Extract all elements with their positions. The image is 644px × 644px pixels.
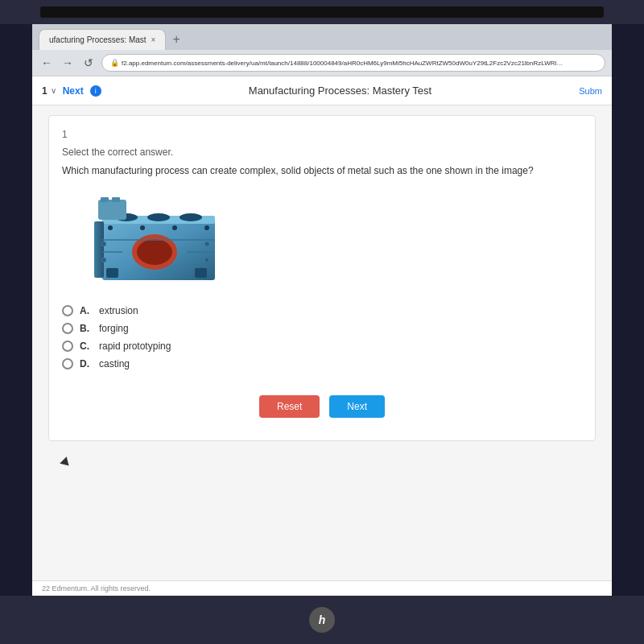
new-tab-button[interactable]: +: [169, 29, 183, 50]
submit-label: Subm: [579, 86, 602, 96]
option-radio-a[interactable]: [62, 305, 73, 316]
option-radio-d[interactable]: [62, 358, 73, 369]
info-icon[interactable]: i: [90, 85, 101, 97]
option-radio-c[interactable]: [62, 341, 73, 352]
nav-arrow[interactable]: ∨: [51, 86, 56, 95]
svg-rect-19: [112, 197, 120, 202]
toolbar-title: Manufacturing Processes: Mastery Test: [108, 85, 573, 97]
options-list: A. extrusion B. forging C. rapid prototy…: [62, 305, 582, 369]
svg-rect-16: [195, 268, 207, 278]
option-item-a[interactable]: A. extrusion: [62, 305, 582, 316]
svg-rect-15: [106, 268, 118, 278]
option-item-b[interactable]: B. forging: [62, 323, 582, 334]
forward-button[interactable]: →: [60, 56, 76, 69]
tab-title: ufacturing Processes: Mast: [49, 35, 147, 44]
option-item-d[interactable]: D. casting: [62, 358, 582, 369]
bezel-bottom: h: [0, 596, 644, 644]
active-tab[interactable]: ufacturing Processes: Mast ×: [39, 29, 166, 50]
lock-icon: 🔒: [110, 59, 119, 67]
svg-point-7: [140, 225, 145, 230]
cursor: [60, 456, 72, 469]
option-text-a: extrusion: [99, 305, 138, 316]
svg-rect-18: [101, 197, 109, 202]
instruction-text: Select the correct answer.: [62, 147, 582, 158]
reset-button[interactable]: Reset: [259, 395, 320, 418]
svg-point-22: [204, 242, 209, 246]
question-card: 1 Select the correct answer. Which manuf…: [48, 115, 596, 441]
svg-point-8: [172, 225, 177, 230]
browser-chrome: ufacturing Processes: Mast × + ← → ↺ 🔒 f…: [32, 24, 612, 76]
hp-logo: h: [309, 607, 335, 633]
address-text: f2.app.edmentum.com/assessments-delivery…: [122, 60, 564, 67]
svg-point-4: [147, 213, 170, 221]
toolbar-next-button[interactable]: Next: [63, 85, 84, 97]
footer: 22 Edmentum. All rights reserved.: [32, 580, 612, 596]
tab-bar: ufacturing Processes: Mast × +: [32, 24, 612, 50]
copyright-text: 22 Edmentum. All rights reserved.: [42, 584, 151, 592]
option-text-b: forging: [99, 323, 129, 334]
svg-point-11: [137, 239, 172, 265]
address-input[interactable]: 🔒 f2.app.edmentum.com/assessments-delive…: [101, 54, 605, 72]
question-nav: 1 ∨: [42, 85, 56, 97]
option-item-c[interactable]: C. rapid prototyping: [62, 341, 582, 352]
camera-bar: [40, 6, 604, 18]
svg-rect-17: [98, 200, 126, 220]
option-label-d: D.: [80, 358, 93, 369]
content-area: 1 Select the correct answer. Which manuf…: [32, 105, 612, 580]
svg-point-6: [108, 225, 113, 230]
svg-rect-2: [94, 221, 104, 278]
question-badge: 1: [62, 129, 582, 140]
option-radio-b[interactable]: [62, 323, 73, 334]
screen: ufacturing Processes: Mast × + ← → ↺ 🔒 f…: [32, 24, 612, 596]
action-buttons: Reset Next: [62, 386, 582, 427]
option-label-b: B.: [80, 323, 93, 334]
question-number: 1: [42, 85, 47, 97]
bezel-top: [0, 0, 644, 24]
option-label-c: C.: [80, 341, 93, 352]
reload-button[interactable]: ↺: [80, 56, 97, 69]
option-label-a: A.: [80, 305, 93, 316]
svg-point-9: [204, 225, 209, 230]
option-text-d: casting: [99, 358, 130, 369]
svg-point-5: [180, 213, 202, 221]
tab-close-icon[interactable]: ×: [151, 35, 156, 44]
question-text: Which manufacturing process can create c…: [62, 164, 582, 178]
quiz-toolbar: 1 ∨ Next i Manufacturing Processes: Mast…: [32, 76, 612, 105]
svg-point-21: [101, 258, 106, 262]
svg-point-23: [204, 258, 209, 262]
option-text-c: rapid prototyping: [99, 341, 171, 352]
back-button[interactable]: ←: [39, 56, 55, 69]
next-button[interactable]: Next: [329, 395, 385, 418]
engine-image: [78, 188, 223, 292]
address-bar-row: ← → ↺ 🔒 f2.app.edmentum.com/assessments-…: [32, 50, 612, 76]
svg-point-20: [101, 242, 106, 246]
